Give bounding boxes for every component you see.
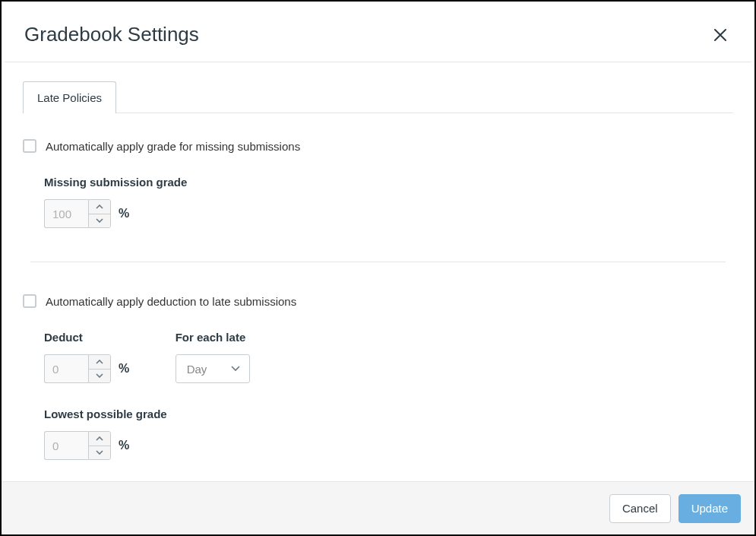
deduct-unit: %: [119, 362, 129, 376]
lowest-section: Lowest possible grade %: [44, 408, 733, 460]
chevron-up-icon: [96, 436, 103, 441]
missing-checkbox-row: Automatically apply grade for missing su…: [23, 139, 733, 153]
lowest-input[interactable]: [44, 431, 88, 460]
late-checkbox-label: Automatically apply deduction to late su…: [46, 295, 296, 308]
modal-header: Gradebook Settings: [2, 2, 754, 62]
missing-grade-up-button[interactable]: [89, 200, 110, 214]
lowest-label: Lowest possible grade: [44, 408, 733, 420]
for-each-select[interactable]: Day: [176, 354, 250, 383]
lowest-unit: %: [119, 439, 129, 452]
missing-grade-label: Missing submission grade: [44, 176, 733, 189]
close-button[interactable]: [709, 24, 732, 46]
for-each-value: Day: [187, 363, 207, 376]
late-checkbox[interactable]: [23, 294, 36, 308]
missing-grade-unit: %: [119, 207, 129, 220]
for-each-label: For each late: [176, 331, 250, 344]
lowest-down-button[interactable]: [89, 446, 110, 460]
missing-checkbox-label: Automatically apply grade for missing su…: [46, 140, 300, 153]
chevron-up-icon: [96, 205, 103, 209]
deduct-stepper-buttons: [88, 354, 111, 383]
for-each-group: For each late Day: [176, 331, 250, 383]
lowest-up-button[interactable]: [89, 432, 110, 446]
chevron-down-icon: [96, 450, 103, 455]
missing-grade-down-button[interactable]: [89, 214, 110, 228]
section-divider: [30, 262, 726, 262]
missing-grade-stepper: [44, 199, 111, 228]
tabs-container: Late Policies: [2, 62, 754, 113]
deduct-input[interactable]: [44, 354, 88, 383]
tab-label: Late Policies: [37, 91, 102, 104]
missing-grade-input[interactable]: [44, 199, 88, 228]
close-icon: [713, 28, 727, 42]
missing-grade-stepper-buttons: [88, 199, 111, 228]
chevron-down-icon: [231, 366, 240, 372]
cancel-button[interactable]: Cancel: [609, 494, 671, 523]
missing-sub-section: Missing submission grade %: [23, 153, 733, 228]
modal-title: Gradebook Settings: [24, 23, 199, 46]
chevron-down-icon: [96, 218, 103, 223]
chevron-up-icon: [96, 360, 103, 364]
modal-footer: Cancel Update: [2, 481, 754, 534]
update-button[interactable]: Update: [679, 494, 741, 523]
lowest-stepper: [44, 431, 111, 460]
deduct-group: Deduct %: [44, 331, 129, 383]
missing-input-row: %: [44, 199, 733, 228]
late-sub-section: Deduct % For each late Day Lowest po: [23, 308, 733, 460]
deduct-down-button[interactable]: [89, 369, 110, 383]
chevron-down-icon: [96, 373, 103, 378]
lowest-stepper-buttons: [88, 431, 111, 460]
deduct-label: Deduct: [44, 331, 129, 344]
tabs-bar: Late Policies: [23, 81, 733, 113]
missing-checkbox[interactable]: [23, 139, 36, 153]
deduct-stepper: [44, 354, 111, 383]
tab-late-policies[interactable]: Late Policies: [23, 81, 116, 113]
deduct-up-button[interactable]: [89, 355, 110, 369]
deduct-input-row: %: [44, 354, 129, 383]
late-checkbox-row: Automatically apply deduction to late su…: [23, 294, 733, 308]
tab-content: Automatically apply grade for missing su…: [2, 113, 754, 460]
lowest-input-row: %: [44, 431, 733, 460]
